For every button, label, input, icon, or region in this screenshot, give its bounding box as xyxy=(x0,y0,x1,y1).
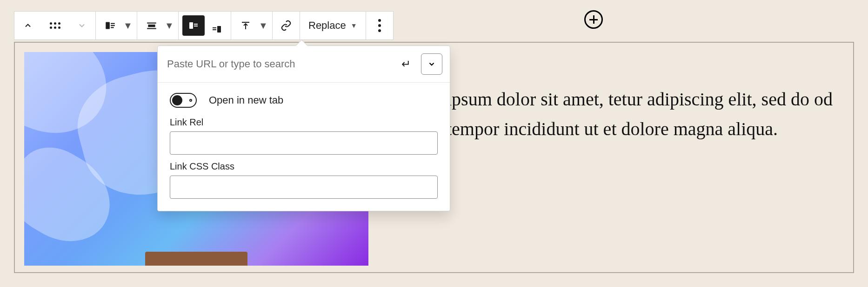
more-options-button[interactable] xyxy=(366,12,393,39)
svg-rect-4 xyxy=(147,23,156,24)
link-css-class-input[interactable] xyxy=(170,176,438,199)
svg-rect-3 xyxy=(111,27,114,28)
toolbar-group-move xyxy=(14,12,96,39)
open-new-tab-label: Open in new tab xyxy=(209,94,283,106)
url-input[interactable] xyxy=(165,54,391,74)
toggle-indicator xyxy=(189,99,192,102)
vertical-align-button[interactable] xyxy=(231,12,258,39)
link-css-class-label: Link CSS Class xyxy=(170,161,438,172)
toolbar-group-more xyxy=(366,12,393,39)
svg-rect-7 xyxy=(189,22,193,29)
align-dropdown[interactable]: ▼ xyxy=(164,12,178,39)
block-type-dropdown[interactable]: ▼ xyxy=(123,12,137,39)
media-right-button[interactable] xyxy=(207,15,227,43)
open-new-tab-row: Open in new tab xyxy=(170,93,438,108)
drag-icon xyxy=(50,22,60,29)
svg-rect-6 xyxy=(147,28,156,29)
chevron-down-icon xyxy=(427,60,436,68)
svg-rect-8 xyxy=(194,24,198,25)
link-advanced-options: Open in new tab Link Rel Link CSS Class xyxy=(158,83,450,199)
move-up-button[interactable] xyxy=(14,12,41,39)
align-button[interactable] xyxy=(137,12,164,39)
kebab-icon xyxy=(378,19,381,32)
add-block-button[interactable] xyxy=(584,10,603,29)
link-settings-toggle[interactable] xyxy=(421,53,442,75)
open-new-tab-toggle[interactable] xyxy=(170,93,197,108)
svg-rect-9 xyxy=(194,26,198,26)
link-icon xyxy=(280,20,292,31)
valign-top-icon xyxy=(240,20,251,31)
replace-label: Replace xyxy=(308,20,346,32)
svg-rect-1 xyxy=(111,23,115,24)
media-left-icon xyxy=(188,20,199,31)
svg-rect-0 xyxy=(106,22,110,29)
replace-button[interactable]: Replace ▼ xyxy=(300,12,366,39)
media-left-button[interactable] xyxy=(182,15,205,36)
block-type-button[interactable] xyxy=(96,12,123,39)
link-popover: ↵ Open in new tab Link Rel Link CSS Clas… xyxy=(157,46,450,211)
decorative-shape xyxy=(145,252,247,266)
media-text-icon xyxy=(104,20,116,32)
svg-rect-2 xyxy=(111,25,115,26)
svg-rect-10 xyxy=(217,26,221,33)
block-toolbar: ▼ ▼ ▼ Replace ▼ xyxy=(14,11,394,40)
toolbar-group-link xyxy=(273,12,300,39)
toolbar-group-align: ▼ xyxy=(137,12,179,39)
toolbar-group-valign: ▼ xyxy=(231,12,273,39)
media-right-icon xyxy=(211,24,222,35)
link-button[interactable] xyxy=(273,12,300,39)
url-input-row: ↵ xyxy=(158,46,450,83)
toolbar-group-media-position xyxy=(179,12,231,39)
submit-url-button[interactable]: ↵ xyxy=(397,58,415,71)
vertical-align-dropdown[interactable]: ▼ xyxy=(258,12,272,39)
content-paragraph[interactable]: ipsum dolor sit amet, tetur adipiscing e… xyxy=(447,85,835,144)
link-rel-input[interactable] xyxy=(170,131,438,155)
link-rel-label: Link Rel xyxy=(170,117,438,128)
move-down-button[interactable] xyxy=(68,12,95,39)
toolbar-group-blocktype: ▼ xyxy=(96,12,137,39)
chevron-down-icon: ▼ xyxy=(351,22,357,29)
svg-rect-5 xyxy=(148,25,155,27)
toggle-knob xyxy=(172,95,182,105)
align-wide-icon xyxy=(146,20,158,32)
svg-rect-12 xyxy=(213,29,216,30)
svg-rect-11 xyxy=(213,27,216,28)
toolbar-group-replace: Replace ▼ xyxy=(300,12,366,39)
drag-handle[interactable] xyxy=(41,12,68,39)
